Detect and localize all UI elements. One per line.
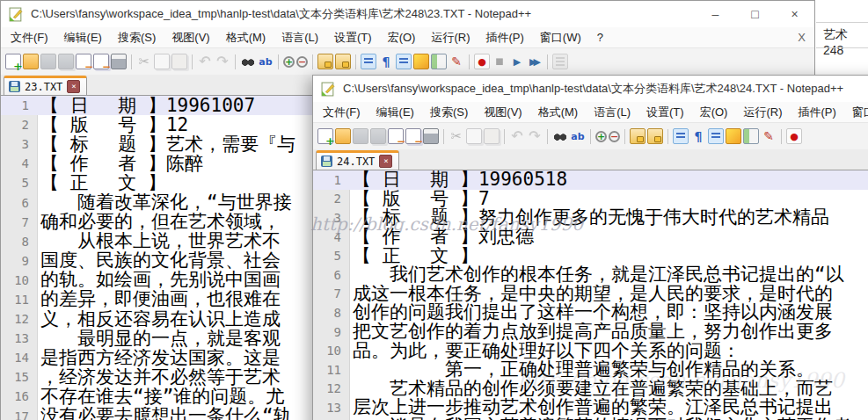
toolbar-separator[interactable] bbox=[192, 54, 193, 69]
show-all-characters-icon[interactable]: ¶ bbox=[378, 54, 394, 69]
print-icon[interactable] bbox=[423, 128, 439, 144]
sync-horizontal-scroll-icon[interactable] bbox=[335, 54, 351, 69]
redo-icon[interactable]: ↷ bbox=[527, 128, 543, 144]
toolbar-separator[interactable] bbox=[278, 54, 279, 69]
menu-item[interactable]: 视图(V) bbox=[164, 27, 217, 48]
menu-item[interactable]: 插件(P) bbox=[790, 102, 843, 123]
close-all-icon[interactable] bbox=[93, 54, 109, 69]
tab-24txt[interactable]: 24.TXT × bbox=[316, 150, 399, 170]
menu-item[interactable]: 设置(T) bbox=[326, 27, 380, 48]
tab-close-icon[interactable]: × bbox=[67, 80, 80, 93]
close-file-icon[interactable] bbox=[388, 128, 404, 144]
menu-item[interactable]: 运行(R) bbox=[735, 102, 790, 123]
tab-close-icon[interactable]: × bbox=[379, 155, 392, 168]
document-edit-icon[interactable]: ✎ bbox=[449, 54, 464, 69]
toolbar-separator[interactable] bbox=[355, 54, 356, 69]
find-icon[interactable] bbox=[240, 54, 256, 69]
menu-item[interactable]: 搜索(S) bbox=[422, 102, 476, 123]
menu-item[interactable]: 窗口(W) bbox=[532, 27, 589, 48]
macro-run-multi-icon[interactable]: ▶▶ bbox=[527, 54, 543, 69]
menu-item[interactable]: 语言(L) bbox=[274, 27, 326, 48]
toolbar-separator[interactable] bbox=[667, 129, 668, 144]
toolbar-separator[interactable] bbox=[547, 54, 548, 69]
new-file-icon[interactable] bbox=[317, 128, 333, 144]
menu-item[interactable]: 搜索(S) bbox=[110, 27, 164, 48]
toolbar-separator[interactable] bbox=[131, 54, 132, 69]
open-file-icon[interactable] bbox=[335, 128, 351, 144]
zoom-out-icon[interactable]: − bbox=[609, 131, 620, 142]
save-icon[interactable] bbox=[353, 128, 368, 144]
menu-item[interactable]: 运行(R) bbox=[423, 27, 478, 48]
menu-item[interactable]: 宏(O) bbox=[692, 102, 736, 123]
close-all-icon[interactable] bbox=[405, 128, 421, 144]
undo-icon[interactable]: ↶ bbox=[509, 128, 525, 144]
toolbar-separator[interactable] bbox=[590, 129, 591, 144]
cut-icon[interactable]: ✂ bbox=[136, 54, 152, 69]
zoom-in-icon[interactable]: + bbox=[283, 56, 295, 68]
minimize-button[interactable]: – bbox=[696, 1, 735, 27]
menu-item[interactable]: 视图(V) bbox=[476, 102, 529, 123]
title-bar[interactable]: C:\Users\fansy\workspace_idea_tmp\hanlp-… bbox=[1, 1, 814, 27]
cut-icon[interactable]: ✂ bbox=[449, 128, 464, 144]
open-file-icon[interactable] bbox=[23, 54, 39, 69]
replace-icon[interactable]: ab bbox=[570, 128, 586, 144]
find-icon[interactable] bbox=[552, 128, 568, 144]
close-button[interactable]: × bbox=[775, 1, 814, 27]
paste-icon[interactable] bbox=[484, 128, 500, 144]
indent-guide-icon[interactable] bbox=[708, 128, 724, 144]
menu-item[interactable]: 文件(F) bbox=[3, 27, 56, 48]
toolbar-separator[interactable] bbox=[312, 54, 313, 69]
menu-item[interactable]: 编辑(E) bbox=[368, 102, 422, 123]
toolbar-separator[interactable] bbox=[547, 129, 548, 144]
toolbar-separator[interactable] bbox=[443, 129, 444, 144]
macro-play-icon[interactable]: ▶ bbox=[509, 54, 525, 69]
macro-record-icon[interactable]: ● bbox=[786, 128, 802, 144]
indent-guide-icon[interactable] bbox=[396, 54, 412, 69]
editor-24txt[interactable]: 1 【 日 期 】19960518 2 【 版 号 】7 3 【 标 题 】努力… bbox=[313, 170, 868, 420]
macro-record-icon[interactable]: ● bbox=[474, 54, 490, 69]
doc-switcher-icon[interactable] bbox=[552, 54, 568, 69]
function-list-icon[interactable] bbox=[413, 54, 429, 69]
paste-icon[interactable] bbox=[171, 54, 187, 69]
menu-item[interactable]: 语言(L) bbox=[586, 102, 638, 123]
word-wrap-icon[interactable] bbox=[361, 54, 376, 69]
zoom-in-icon[interactable]: + bbox=[595, 131, 607, 142]
close-file-icon[interactable] bbox=[76, 54, 91, 69]
word-wrap-icon[interactable] bbox=[673, 128, 689, 144]
menu-item[interactable]: 编辑(E) bbox=[56, 27, 110, 48]
menu-item[interactable]: ? bbox=[589, 28, 611, 47]
replace-icon[interactable]: ab bbox=[258, 54, 274, 69]
toolbar-separator[interactable] bbox=[235, 54, 236, 69]
menu-item[interactable]: 格式(M) bbox=[530, 102, 587, 123]
function-list-icon[interactable] bbox=[726, 128, 741, 144]
toolbar-separator[interactable] bbox=[504, 129, 505, 144]
save-icon[interactable] bbox=[40, 54, 56, 69]
menu-item[interactable]: 插件(P) bbox=[478, 27, 531, 48]
show-all-characters-icon[interactable]: ¶ bbox=[690, 128, 706, 144]
redo-icon[interactable]: ↷ bbox=[215, 54, 230, 69]
title-bar[interactable]: C:\Users\fansy\workspace_idea_tmp\hanlp-… bbox=[313, 76, 868, 102]
copy-icon[interactable] bbox=[154, 54, 170, 69]
menu-close-doc-icon[interactable]: X bbox=[798, 31, 806, 44]
menu-item[interactable]: 宏(O) bbox=[380, 27, 424, 48]
print-icon[interactable] bbox=[111, 54, 127, 69]
document-map-icon[interactable] bbox=[431, 54, 447, 69]
sync-horizontal-scroll-icon[interactable] bbox=[647, 128, 663, 144]
maximize-button[interactable]: □ bbox=[735, 1, 775, 27]
save-all-icon[interactable] bbox=[370, 128, 386, 144]
menu-item[interactable]: 文件(F) bbox=[315, 102, 368, 123]
sync-vertical-scroll-icon[interactable] bbox=[317, 54, 333, 69]
sync-vertical-scroll-icon[interactable] bbox=[630, 128, 646, 144]
copy-icon[interactable] bbox=[466, 128, 482, 144]
macro-stop-icon[interactable]: ■ bbox=[492, 54, 507, 69]
save-all-icon[interactable] bbox=[58, 54, 74, 69]
toolbar-separator[interactable] bbox=[469, 54, 470, 69]
tab-23txt[interactable]: 23.TXT × bbox=[4, 76, 87, 96]
zoom-out-icon[interactable]: − bbox=[296, 56, 308, 68]
new-file-icon[interactable] bbox=[5, 54, 21, 69]
toolbar-separator[interactable] bbox=[781, 129, 782, 144]
menu-item[interactable]: 设置(T) bbox=[638, 102, 692, 123]
menu-item[interactable]: 窗口(W) bbox=[844, 102, 868, 123]
toolbar-separator[interactable] bbox=[624, 129, 625, 144]
document-edit-icon[interactable]: ✎ bbox=[761, 128, 777, 144]
